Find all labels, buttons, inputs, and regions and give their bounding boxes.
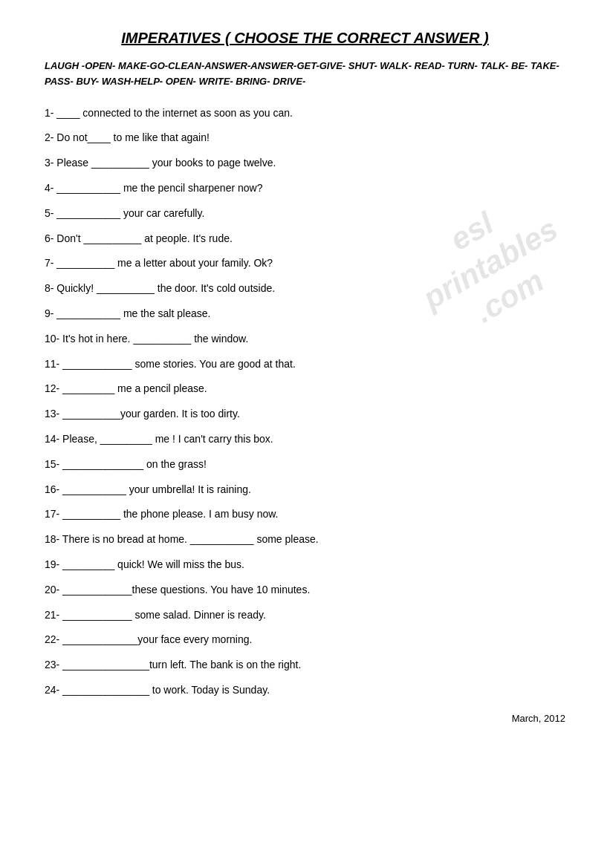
question-item: 18- There is no bread at home. _________… [45, 531, 565, 549]
question-item: 12- _________ me a pencil please. [45, 380, 565, 398]
question-item: 21- ____________ some salad. Dinner is r… [45, 607, 565, 624]
question-item: 8- Quickly! __________ the door. It's co… [45, 280, 565, 298]
footer: March, 2012 [45, 713, 565, 724]
question-item: 1- ____ connected to the internet as soo… [45, 105, 565, 123]
question-item: 13- __________your garden. It is too dir… [45, 405, 565, 423]
question-item: 14- Please, _________ me ! I can't carry… [45, 431, 565, 448]
question-item: 10- It's hot in here. __________ the win… [45, 330, 565, 348]
question-item: 6- Don't __________ at people. It's rude… [45, 230, 565, 248]
question-item: 17- __________ the phone please. I am bu… [45, 506, 565, 523]
question-item: 22- _____________your face every morning… [45, 631, 565, 649]
question-item: 2- Do not____ to me like that again! [45, 129, 565, 147]
question-item: 23- _______________turn left. The bank i… [45, 656, 565, 674]
question-item: 24- _______________ to work. Today is Su… [45, 682, 565, 699]
question-item: 4- ___________ me the pencil sharpener n… [45, 180, 565, 198]
question-item: 5- ___________ your car carefully. [45, 205, 565, 223]
word-bank: LAUGH -OPEN- MAKE-GO-CLEAN-ANSWER-ANSWER… [45, 59, 565, 90]
question-item: 19- _________ quick! We will miss the bu… [45, 556, 565, 574]
question-item: 3- Please __________ your books to page … [45, 154, 565, 172]
page-title: IMPERATIVES ( CHOOSE THE CORRECT ANSWER … [45, 30, 565, 47]
question-list: 1- ____ connected to the internet as soo… [45, 105, 565, 699]
question-item: 7- __________ me a letter about your fam… [45, 255, 565, 273]
question-item: 9- ___________ me the salt please. [45, 305, 565, 323]
question-item: 16- ___________ your umbrella! It is rai… [45, 481, 565, 499]
question-item: 20- ____________these questions. You hav… [45, 581, 565, 599]
question-item: 15- ______________ on the grass! [45, 456, 565, 474]
question-item: 11- ____________ some stories. You are g… [45, 356, 565, 373]
